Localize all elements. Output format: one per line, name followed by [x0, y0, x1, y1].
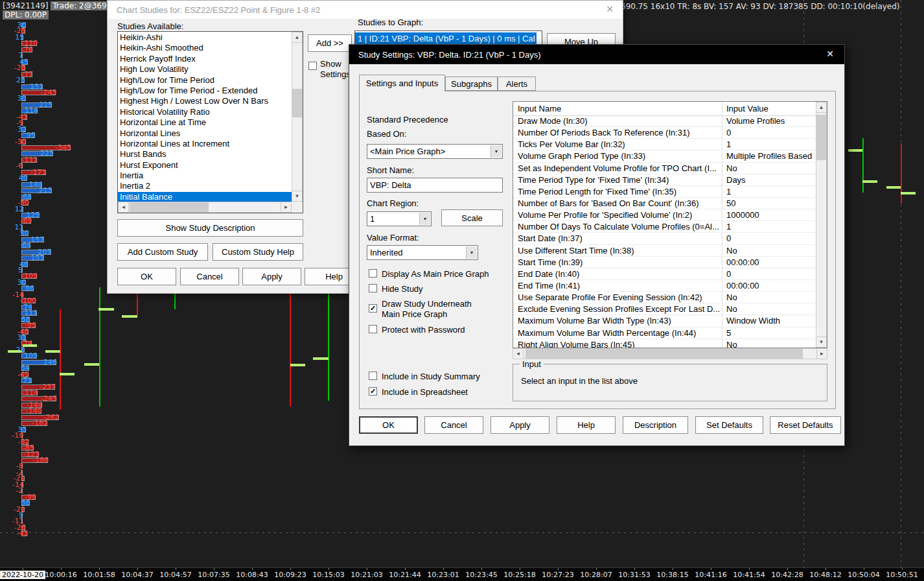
axis-tick	[558, 568, 559, 570]
show-study-description-button[interactable]: Show Study Description	[117, 219, 303, 237]
chart-region-combobox[interactable]: 1 ▼	[367, 211, 432, 226]
scroll-right-button[interactable]: ►	[281, 202, 292, 213]
input-row[interactable]: Start Time (In:39) 00:00:00	[513, 257, 816, 268]
input-row[interactable]: Start Date (In:37) 0	[513, 233, 816, 244]
study-list-item[interactable]: Heikin-Ashi Smoothed	[118, 43, 292, 53]
input-value-cell: 00:00:00	[726, 280, 817, 291]
scroll-left-button[interactable]: ◄	[513, 348, 524, 359]
apply-button[interactable]: Apply	[491, 416, 549, 434]
set-defaults-button[interactable]: Set Defaults	[695, 416, 763, 434]
tab-alerts[interactable]: Alerts	[498, 77, 536, 91]
study-list-item[interactable]: Herrick Payoff Index	[118, 54, 292, 64]
custom-study-help-button[interactable]: Custom Study Help	[213, 243, 303, 261]
tab-settings-and-inputs[interactable]: Settings and Inputs	[359, 75, 445, 91]
scale-button[interactable]: Scale	[441, 209, 503, 226]
input-row[interactable]: Ticks Per Volume Bar (In:32) 1	[513, 139, 816, 150]
input-row[interactable]: Use Separate Profile For Evening Session…	[513, 292, 816, 303]
input-value-cell: 5	[726, 327, 817, 338]
study-list-item[interactable]: High/Low for Time Period - Extended	[118, 86, 292, 96]
study-settings-titlebar[interactable]: Study Settings: VBP: Delta. ID:21 (VbP -…	[349, 45, 844, 64]
study-list-item[interactable]: Highest High / Lowest Low Over N Bars	[118, 96, 292, 106]
study-list-item[interactable]: High Low Volatility	[118, 64, 292, 75]
input-name-cell: Start Time (In:39)	[518, 257, 720, 268]
volume-delta-value: -114	[22, 390, 39, 396]
table-vscroll-thumb[interactable]	[816, 115, 826, 160]
table-hscroll-thumb[interactable]	[526, 349, 803, 359]
scroll-up-button[interactable]: ▲	[816, 102, 827, 113]
include-spreadsheet-checkbox[interactable]: ✓	[369, 387, 377, 396]
studies-available-list: Heikin-Ashi Heikin-Ashi Smoothed Herrick…	[117, 31, 303, 213]
study-list-item[interactable]: Inertia	[118, 171, 292, 181]
input-row[interactable]: Volume Per Profile for 'Specified Volume…	[513, 209, 816, 221]
input-row[interactable]: Set as Independent Volume Profile for TP…	[513, 163, 816, 174]
study-list-item[interactable]: Heikin-Ashi	[118, 32, 292, 43]
tab-subgraphs[interactable]: Subgraphs	[445, 77, 498, 91]
study-list-item[interactable]: Hurst Exponent	[118, 160, 292, 171]
input-row[interactable]: Time Period Length for 'Fixed Time' (In:…	[513, 186, 816, 198]
ok-button[interactable]: OK	[117, 268, 176, 285]
input-row[interactable]: End Time (In:41) 00:00:00	[513, 280, 816, 292]
study-list-item[interactable]: Initial Balance	[118, 192, 292, 202]
studies-hscroll-thumb[interactable]	[130, 202, 209, 212]
scroll-down-button[interactable]: ▼	[816, 337, 827, 348]
study-list-item[interactable]: High/Low for Time Period	[118, 75, 292, 86]
input-row[interactable]: Exclude Evening Session Profiles Except …	[513, 303, 816, 315]
study-list-item[interactable]: Inertia 2	[118, 181, 292, 191]
hide-study-checkbox[interactable]	[369, 284, 377, 292]
input-name-cell: Right Align Volume Bars (In:45)	[518, 339, 720, 348]
input-row[interactable]: End Date (In:40) 0	[513, 268, 816, 280]
study-list-item[interactable]: Hurst Bands	[118, 149, 292, 160]
chart-studies-title: Chart Studies for: ESZ22/ESZ22 Point & F…	[117, 5, 320, 15]
study-list-item[interactable]: Horizontal Lines at Increment	[118, 139, 292, 149]
add-study-button[interactable]: Add >>	[308, 34, 352, 52]
draw-underneath-checkbox[interactable]: ✓	[369, 304, 377, 313]
input-row[interactable]: Use Different Start Time (In:38) No	[513, 245, 816, 257]
scroll-down-button[interactable]: ▼	[292, 191, 303, 202]
description-button[interactable]: Description	[623, 416, 688, 434]
chevron-down-icon[interactable]: ▼	[419, 213, 430, 225]
chevron-down-icon[interactable]: ▼	[466, 246, 477, 259]
cancel-button[interactable]: Cancel	[180, 268, 239, 285]
input-row[interactable]: Volume Graph Period Type (In:33) Multipl…	[513, 150, 816, 162]
show-settings-checkbox[interactable]	[308, 62, 317, 70]
chevron-down-icon[interactable]: ▼	[491, 145, 502, 158]
study-list-item[interactable]: Horizontal Lines	[118, 128, 292, 139]
study-list-item[interactable]: Historical Volatility Ratio	[118, 107, 292, 117]
input-row[interactable]: Maximum Volume Bar Width Percentage (In:…	[513, 327, 816, 339]
ok-button[interactable]: OK	[359, 416, 418, 434]
chart-studies-titlebar[interactable]: Chart Studies for: ESZ22/ESZ22 Point & F…	[108, 1, 623, 19]
volume-delta-value: -111	[21, 157, 38, 163]
input-row[interactable]: Draw Mode (In:30) Volume Profiles	[513, 115, 816, 127]
reset-defaults-button[interactable]: Reset Defaults	[770, 416, 841, 434]
price-tick	[122, 315, 137, 318]
add-custom-study-button[interactable]: Add Custom Study	[117, 243, 208, 261]
value-format-combobox[interactable]: Inherited ▼	[367, 245, 478, 260]
price-tick	[901, 192, 916, 195]
input-row[interactable]: Number Of Periods Back To Reference (In:…	[513, 127, 816, 139]
scroll-up-button[interactable]: ▲	[292, 32, 303, 43]
scroll-right-button[interactable]: ►	[816, 348, 827, 359]
close-icon[interactable]: ✕	[606, 4, 614, 14]
studies-to-graph-label: Studies to Graph:	[358, 18, 423, 27]
cancel-button[interactable]: Cancel	[424, 416, 483, 434]
study-list-item[interactable]: Horizontal Line at Time	[118, 117, 292, 128]
column-header-input-name[interactable]: Input Name	[513, 102, 722, 115]
input-row[interactable]: Number of Bars for 'Based On Bar Count' …	[513, 198, 816, 209]
input-row[interactable]: Number Of Days To Calculate Volume Profi…	[513, 221, 816, 233]
protect-password-checkbox[interactable]	[369, 325, 377, 333]
column-header-input-value[interactable]: Input Value	[722, 102, 817, 115]
input-row[interactable]: Right Align Volume Bars (In:45) No	[513, 339, 816, 348]
apply-button[interactable]: Apply	[242, 268, 301, 285]
graph-study-item[interactable]: 1 | ID:21 VBP: Delta (VbP - 1 Days) | 0 …	[355, 32, 537, 45]
scroll-left-button[interactable]: ◄	[118, 202, 129, 213]
studies-vscroll-thumb[interactable]	[292, 89, 302, 117]
input-row[interactable]: Maximum Volume Bar Width Type (In:43) Wi…	[513, 315, 816, 327]
close-icon[interactable]: ✕	[826, 49, 834, 59]
help-button[interactable]: Help	[557, 416, 616, 434]
input-value-cell: No	[726, 339, 817, 348]
input-row[interactable]: Time Period Type for 'Fixed Time' (In:34…	[513, 174, 816, 186]
short-name-input[interactable]: VBP: Delta	[367, 178, 503, 193]
include-summary-checkbox[interactable]	[369, 372, 377, 380]
based-on-combobox[interactable]: <Main Price Graph> ▼	[367, 144, 503, 159]
display-as-main-checkbox[interactable]	[369, 269, 377, 278]
